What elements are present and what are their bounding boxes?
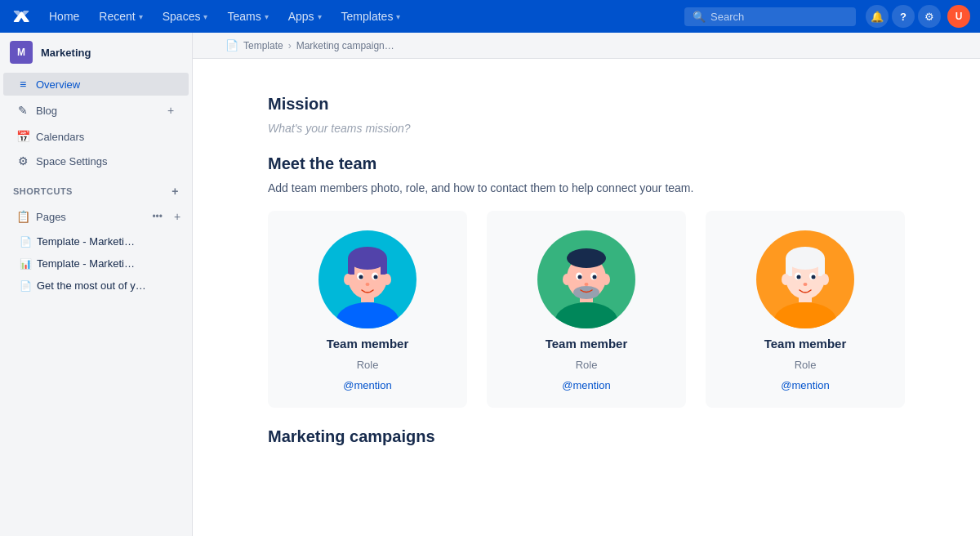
page-icon-0: 📄 <box>20 236 32 248</box>
pages-section-header: 📋 Pages ••• + <box>0 201 192 230</box>
svg-point-24 <box>578 275 582 279</box>
team-member-label-2: Team member <box>764 337 847 351</box>
space-settings-label: Space Settings <box>36 155 179 168</box>
sidebar-nav-space-settings[interactable]: ⚙ Space Settings <box>3 150 189 172</box>
user-avatar[interactable]: U <box>947 5 970 28</box>
sidebar-space-header[interactable]: M Marketing <box>0 33 192 72</box>
team-member-label-0: Team member <box>327 337 409 351</box>
bell-icon: 🔔 <box>871 11 884 23</box>
settings-button[interactable]: ⚙ <box>918 5 941 28</box>
search-box[interactable]: 🔍 Search <box>684 7 856 26</box>
shortcuts-section-header: SHORTCUTS + <box>0 173 192 201</box>
meet-team-desc: Add team members photo, role, and how to… <box>268 181 905 194</box>
mission-placeholder: What's your teams mission? <box>268 122 905 135</box>
svg-point-8 <box>383 274 391 285</box>
svg-point-20 <box>563 274 571 285</box>
svg-rect-33 <box>818 258 825 276</box>
pages-tree-item-0[interactable]: 📄 Template - Marketi… <box>3 231 189 252</box>
page-label-0: Template - Marketi… <box>37 235 179 248</box>
help-icon: ? <box>900 11 906 23</box>
nav-templates[interactable]: Templates ▾ <box>333 7 409 26</box>
nav-apps[interactable]: Apps ▾ <box>280 7 330 26</box>
content-area: 📄 Template › Marketing campaign… Mission… <box>193 33 980 536</box>
svg-point-26 <box>585 283 589 286</box>
nav-teams[interactable]: Teams ▾ <box>219 7 276 26</box>
blog-icon: ✎ <box>16 104 29 117</box>
shortcuts-label: SHORTCUTS <box>13 186 73 196</box>
space-settings-icon: ⚙ <box>16 154 29 168</box>
team-role-label-0: Role <box>357 359 379 371</box>
blog-label: Blog <box>36 105 156 117</box>
svg-rect-6 <box>381 258 387 275</box>
marketing-campaigns-title: Marketing campaigns <box>268 427 905 446</box>
gear-icon: ⚙ <box>924 11 934 23</box>
team-card-2: Team member Role @mention <box>706 211 905 408</box>
team-role-label-1: Role <box>576 359 598 371</box>
teams-chevron: ▾ <box>265 12 269 21</box>
topnav: Home Recent ▾ Spaces ▾ Teams ▾ Apps ▾ Te… <box>0 0 980 33</box>
svg-point-34 <box>782 274 790 285</box>
pages-tree-item-1[interactable]: 📊 Template - Marketi… <box>3 253 189 274</box>
page-label-2: Get the most out of y… <box>37 279 179 292</box>
svg-point-40 <box>804 283 808 286</box>
meet-team-title: Meet the team <box>268 154 905 173</box>
team-role-label-2: Role <box>795 359 817 371</box>
page-label-1: Template - Marketi… <box>37 257 179 270</box>
sidebar-nav-calendars[interactable]: 📅 Calendars <box>3 125 189 148</box>
sidebar-nav-overview[interactable]: ≡ Overview <box>3 73 189 96</box>
overview-icon: ≡ <box>16 78 29 91</box>
team-card-1: Team member Role @mention <box>487 211 686 408</box>
team-avatar-1 <box>537 230 635 328</box>
pages-tree-item-2[interactable]: 📄 Get the most out of y… <box>3 275 189 296</box>
add-page-button[interactable]: + <box>169 208 185 225</box>
nav-spaces[interactable]: Spaces ▾ <box>154 7 216 26</box>
search-placeholder: Search <box>710 11 744 23</box>
team-cards: Team member Role @mention <box>268 211 905 408</box>
space-name: Marketing <box>41 47 91 59</box>
team-card-0: Team member Role @mention <box>268 211 467 408</box>
svg-point-18 <box>567 248 606 268</box>
team-mention-1: @mention <box>562 379 610 391</box>
svg-rect-32 <box>786 258 792 276</box>
breadcrumb-banner: 📄 Template › Marketing campaign… <box>193 33 980 59</box>
breadcrumb-page-icon: 📄 <box>225 39 238 51</box>
nav-recent[interactable]: Recent ▾ <box>91 7 150 26</box>
confluence-logo[interactable] <box>10 5 33 28</box>
mission-title: Mission <box>268 95 905 114</box>
breadcrumb-separator: › <box>288 40 292 51</box>
spaces-chevron: ▾ <box>203 12 207 21</box>
svg-point-38 <box>797 275 801 279</box>
pages-label: Pages <box>36 211 145 223</box>
svg-point-25 <box>593 275 597 279</box>
pages-more-icon[interactable]: ••• <box>152 211 163 222</box>
search-icon: 🔍 <box>693 11 706 23</box>
add-blog-button[interactable]: + <box>163 102 179 118</box>
apps-chevron: ▾ <box>318 12 322 21</box>
breadcrumb-template-label: Template <box>243 40 283 51</box>
sidebar-nav-blog[interactable]: ✎ Blog + <box>3 97 189 123</box>
sidebar-pages-item-header[interactable]: 📋 Pages ••• + <box>13 204 189 229</box>
svg-point-35 <box>821 274 829 285</box>
breadcrumb-page-label: Marketing campaign… <box>296 40 394 51</box>
team-avatar-0 <box>318 230 416 328</box>
team-avatar-2 <box>756 230 854 328</box>
help-button[interactable]: ? <box>892 5 915 28</box>
calendars-label: Calendars <box>36 131 179 143</box>
add-shortcut-button[interactable]: + <box>172 185 179 198</box>
recent-chevron: ▾ <box>139 12 143 21</box>
space-avatar: M <box>10 41 33 64</box>
templates-chevron: ▾ <box>396 12 400 21</box>
team-member-label-1: Team member <box>546 337 628 351</box>
sidebar: M Marketing ≡ Overview ✎ Blog + 📅 Calend… <box>0 33 193 536</box>
svg-point-11 <box>359 275 363 279</box>
nav-home[interactable]: Home <box>41 7 87 26</box>
team-mention-0: @mention <box>343 379 391 391</box>
notification-button[interactable]: 🔔 <box>866 5 889 28</box>
svg-point-12 <box>374 275 378 279</box>
svg-point-7 <box>344 274 352 285</box>
calendars-icon: 📅 <box>16 130 29 143</box>
page-icon-2: 📄 <box>20 280 32 292</box>
page-icon-1: 📊 <box>20 258 32 270</box>
svg-point-21 <box>602 274 610 285</box>
team-mention-2: @mention <box>781 379 829 391</box>
